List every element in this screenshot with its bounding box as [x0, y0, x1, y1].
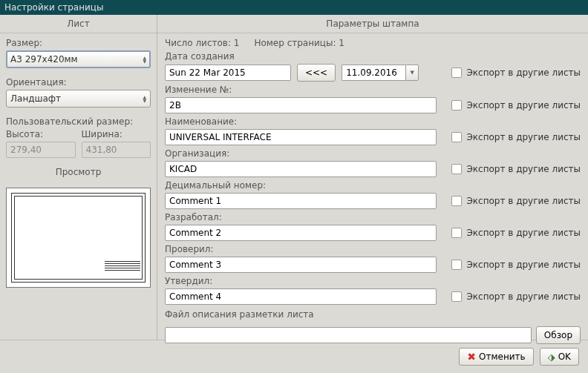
ok-icon: ⬗ [548, 351, 555, 363]
date-picker-input[interactable] [342, 65, 405, 81]
export-date-checkbox[interactable] [451, 67, 462, 78]
export-label: Экспорт в другие листы [466, 67, 581, 78]
window-titlebar: Настройки страницы [0, 0, 588, 15]
custom-size-label: Пользовательский размер: [6, 116, 151, 127]
revision-label: Изменение №: [165, 85, 581, 95]
comment4-label: Утвердил: [165, 276, 581, 286]
revision-input[interactable] [165, 97, 437, 113]
org-input[interactable] [165, 161, 437, 177]
date-label: Дата создания [165, 51, 581, 62]
export-label: Экспорт в другие листы [466, 132, 581, 142]
comment3-label: Проверил: [165, 244, 581, 254]
comment3-input[interactable] [165, 257, 437, 273]
cancel-label: Отменить [479, 351, 526, 362]
ok-label: OK [558, 351, 571, 362]
title-input[interactable] [165, 129, 437, 145]
height-input [6, 142, 76, 158]
combo-arrows-icon: ▲▼ [143, 56, 146, 63]
export-org-checkbox[interactable] [451, 164, 462, 174]
export-comment1-checkbox[interactable] [451, 196, 462, 206]
date-picker-dropdown[interactable]: ▼ [405, 65, 419, 81]
height-label: Высота: [6, 129, 76, 139]
size-combo[interactable]: A3 297x420мм ▲▼ [6, 50, 151, 68]
export-comment4-checkbox[interactable] [451, 291, 462, 302]
width-input [82, 142, 151, 158]
size-value: A3 297x420мм [10, 54, 78, 65]
title-label: Наименование: [165, 116, 581, 127]
export-comment2-checkbox[interactable] [451, 228, 462, 238]
orient-combo[interactable]: Ландшафт ▲▼ [6, 90, 151, 108]
comment2-label: Разработал: [165, 212, 581, 222]
sheet-count: Число листов: 1 [165, 38, 239, 48]
size-label: Размер: [6, 38, 151, 48]
comment4-input[interactable] [165, 288, 437, 305]
org-label: Организация: [165, 148, 581, 159]
export-comment3-checkbox[interactable] [451, 260, 462, 270]
left-panel-header: Лист [0, 15, 157, 33]
cancel-icon: ✖ [467, 351, 476, 363]
file-input[interactable] [165, 327, 532, 343]
comment1-label: Децимальный номер: [165, 180, 581, 191]
browse-button[interactable]: Обзор [536, 326, 581, 344]
date-apply-button[interactable]: <<< [297, 64, 336, 82]
preview-area [6, 188, 151, 288]
export-label: Экспорт в другие листы [466, 228, 581, 238]
orient-value: Ландшафт [10, 93, 61, 104]
export-label: Экспорт в другие листы [466, 291, 581, 302]
preview-label: Просмотр [0, 162, 157, 182]
comment1-input[interactable] [165, 193, 437, 209]
export-label: Экспорт в другие листы [466, 196, 581, 206]
right-panel-header: Параметры штампа [157, 15, 588, 33]
export-title-checkbox[interactable] [451, 132, 462, 142]
comment2-input[interactable] [165, 225, 437, 241]
ok-button[interactable]: ⬗ OK [540, 348, 579, 366]
cancel-button[interactable]: ✖ Отменить [459, 348, 533, 366]
orient-label: Ориентация: [6, 77, 151, 88]
export-label: Экспорт в другие листы [466, 164, 581, 174]
width-label: Ширина: [82, 129, 151, 139]
export-label: Экспорт в другие листы [466, 100, 581, 110]
export-label: Экспорт в другие листы [466, 260, 581, 270]
file-label: Файл описания разметки листа [165, 309, 581, 320]
combo-arrows-icon: ▲▼ [143, 95, 146, 102]
page-number: Номер страницы: 1 [254, 38, 344, 48]
date-input[interactable] [165, 65, 291, 81]
export-revision-checkbox[interactable] [451, 100, 462, 110]
